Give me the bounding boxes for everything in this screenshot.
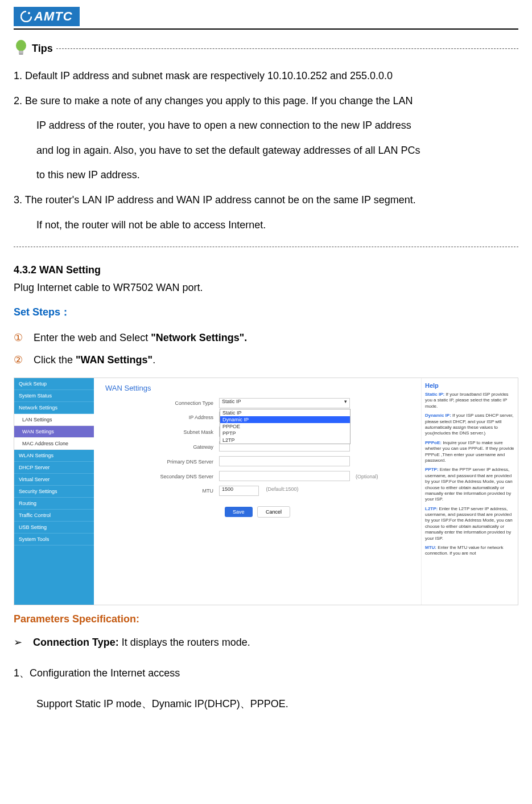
dd-opt-pptp[interactable]: PPTP — [220, 430, 350, 437]
label-mtu: MTU — [105, 488, 219, 494]
param-line-2: Support Static IP mode、Dynamic IP(DHCP)、… — [14, 694, 518, 714]
tips-label: Tips — [32, 43, 53, 55]
help-heading: Help — [425, 382, 514, 389]
section-heading: 4.3.2 WAN Setting — [14, 264, 518, 276]
lightbulb-icon — [14, 39, 28, 58]
label-dns1: Primary DNS Server — [105, 459, 219, 465]
label-ip-address: IP Address — [105, 415, 219, 420]
step-2: ② Click the "WAN Settings". — [14, 349, 518, 372]
row-mtu: MTU 1500 (Default:1500) — [105, 486, 410, 496]
sidebar-item-system-status[interactable]: System Status — [14, 390, 94, 402]
logo-bar: AMTC — [14, 7, 518, 26]
param-connection-type: ➢ Connection Type: It displays the route… — [14, 632, 518, 653]
sidebar-fill — [14, 545, 94, 605]
tips-header-row: Tips — [14, 39, 518, 58]
param-ct-text: It displays the routers mode. — [122, 637, 250, 648]
sidebar-item-routing[interactable]: Routing — [14, 498, 94, 510]
connection-type-value: Static IP — [222, 399, 241, 404]
save-button[interactable]: Save — [225, 507, 253, 517]
wan-panel-title: WAN Settings — [105, 384, 410, 392]
sidebar-item-wlan-settings[interactable]: WLAN Settings — [14, 450, 94, 462]
button-row: Save Cancel — [105, 506, 410, 518]
tip-2-line3: and log in again. Also, you have to set … — [14, 140, 518, 162]
svg-point-1 — [16, 40, 26, 51]
sidebar-sub-mac-clone[interactable]: MAC Address Clone — [14, 438, 94, 450]
row-dns2: Secondary DNS Server (Optional) — [105, 471, 410, 482]
wan-main-panel: WAN Settings Connection Type Static IP ▾… — [94, 378, 421, 605]
row-connection-type: Connection Type Static IP ▾ Static IP Dy… — [105, 398, 410, 408]
mtu-default-note: (Default:1500) — [266, 486, 299, 492]
chevron-right-icon: ➢ — [14, 637, 22, 648]
dd-opt-static[interactable]: Static IP — [220, 409, 350, 416]
sidebar-sub-lan-settings[interactable]: LAN Settings — [14, 414, 94, 426]
set-steps-label: Set Steps： — [14, 305, 518, 319]
secondary-dns-field[interactable] — [219, 471, 350, 481]
dd-opt-dynamic[interactable]: Dynamic IP — [220, 416, 350, 423]
sidebar-item-usb-setting[interactable]: USB Setting — [14, 522, 94, 534]
sidebar-item-virtual-server[interactable]: Virtual Server — [14, 474, 94, 486]
tips-dash-line — [56, 48, 518, 49]
mtu-field[interactable]: 1500 — [219, 486, 259, 496]
sidebar-item-system-tools[interactable]: System Tools — [14, 534, 94, 545]
row-dns1: Primary DNS Server — [105, 456, 410, 467]
chevron-down-icon: ▾ — [344, 399, 347, 404]
logo-text: AMTC — [34, 9, 73, 24]
sidebar: Quick Setup System Status Network Settin… — [14, 378, 94, 605]
param-ct-bold: Connection Type: — [33, 637, 122, 648]
svg-point-0 — [28, 12, 30, 14]
header-divider — [14, 28, 518, 30]
cancel-button[interactable]: Cancel — [257, 506, 290, 518]
help-static-ip: Static IP: Static IP: If your broadband … — [425, 392, 514, 409]
svg-rect-2 — [19, 51, 23, 54]
tip-2-line1: 2. Be sure to make a note of any changes… — [14, 90, 518, 113]
sidebar-item-dhcp-server[interactable]: DHCP Server — [14, 462, 94, 474]
tip-3-line1: 3. The router's LAN IP address and WAN I… — [14, 189, 518, 212]
help-panel: Help Static IP: Static IP: If your broad… — [421, 378, 518, 605]
parameters-heading: Parameters Specification: — [14, 613, 518, 625]
dd-opt-l2tp[interactable]: L2TP — [220, 437, 350, 444]
help-l2tp: L2TP: Enter the L2TP server IP address, … — [425, 506, 514, 542]
step-2-bold: "WAN Settings" — [76, 354, 152, 366]
dashed-separator — [14, 247, 518, 247]
label-connection-type: Connection Type — [105, 400, 219, 406]
dd-opt-pppoe[interactable]: PPPOE — [220, 423, 350, 430]
connection-type-select[interactable]: Static IP ▾ Static IP Dynamic IP PPPOE P… — [219, 398, 350, 408]
step-1-num: ① — [14, 332, 23, 343]
section-intro: Plug Internet cable to WR7502 WAN port. — [14, 278, 518, 297]
brand-logo: AMTC — [14, 7, 80, 26]
help-pptp: PPTP: Enter the PPTP server IP address, … — [425, 467, 514, 502]
help-pppoe: PPPoE: Inquire your ISP to make sure whe… — [425, 440, 514, 464]
step-1-pre: Enter the web and Select — [34, 332, 151, 343]
tip-2-line4: to this new IP address. — [14, 164, 518, 187]
primary-dns-field[interactable] — [219, 456, 350, 466]
label-gateway: Gateway — [105, 444, 219, 450]
sidebar-item-traffic-control[interactable]: Traffic Control — [14, 510, 94, 522]
optional-label: (Optional) — [356, 474, 378, 479]
connection-type-dropdown[interactable]: Static IP Dynamic IP PPPOE PPTP L2TP — [220, 409, 350, 444]
sidebar-sub-wan-settings[interactable]: WAN Settings — [14, 426, 94, 438]
tip-1: 1. Default IP address and subnet mask ar… — [14, 65, 518, 88]
step-1-bold: "Network Settings". — [151, 332, 247, 343]
step-2-pre: Click the — [34, 354, 76, 366]
wan-settings-screenshot: Quick Setup System Status Network Settin… — [14, 378, 518, 605]
step-2-post: . — [152, 354, 155, 366]
sidebar-item-network-settings[interactable]: Network Settings — [14, 402, 94, 414]
label-dns2: Secondary DNS Server — [105, 474, 219, 479]
help-mtu: MTU: Enter the MTU value for network con… — [425, 545, 514, 557]
tip-3-line2: If not, the router will not be able to a… — [14, 214, 518, 237]
sidebar-item-quick-setup[interactable]: Quick Setup — [14, 378, 94, 390]
step-2-num: ② — [14, 354, 23, 366]
step-1: ① Enter the web and Select "Network Sett… — [14, 327, 518, 350]
param-line-1: 1、Configuration the Internet access — [14, 663, 518, 683]
sidebar-item-security-settings[interactable]: Security Settings — [14, 486, 94, 498]
tip-2-line2: IP address of the router, you have to op… — [14, 114, 518, 137]
logo-swoosh-icon — [20, 11, 32, 22]
svg-rect-3 — [19, 54, 23, 55]
help-dynamic-ip: Dynamic IP: If your ISP uses DHCP server… — [425, 413, 514, 437]
label-subnet-mask: Subnet Mask — [105, 429, 219, 435]
